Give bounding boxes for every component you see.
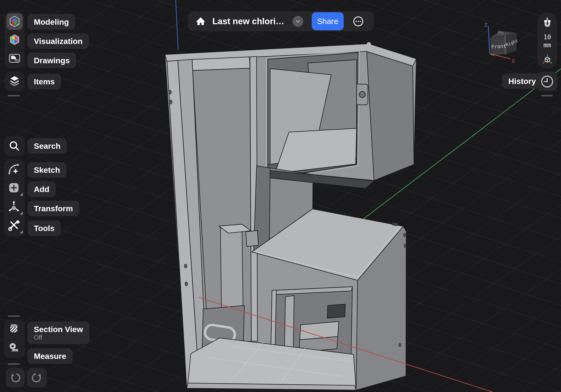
- items-label[interactable]: Items: [27, 74, 61, 89]
- drawings-icon: [8, 52, 21, 65]
- measure-label[interactable]: Measure: [27, 348, 73, 364]
- search-label[interactable]: Search: [27, 138, 67, 154]
- model-window-dark-slot: [327, 304, 345, 318]
- sketch-icon: [7, 162, 21, 176]
- model-notch-block: [246, 230, 259, 247]
- app-window: Z Top Front Right X: [0, 0, 561, 392]
- chevron-down-icon: [295, 18, 301, 24]
- model-hinge-hole: [359, 91, 365, 98]
- visualization-label[interactable]: Visualization: [27, 33, 89, 49]
- drawings-label[interactable]: Drawings: [27, 53, 76, 68]
- drawings-button[interactable]: [6, 50, 23, 66]
- home-icon[interactable]: [195, 16, 206, 26]
- redo-button[interactable]: [27, 368, 47, 388]
- items-icon: [8, 75, 21, 88]
- model-upper-right-face: [367, 52, 414, 181]
- measure-button[interactable]: [6, 339, 22, 356]
- transform-label[interactable]: Transform: [27, 201, 79, 216]
- sketch-button[interactable]: [6, 161, 22, 177]
- viewcube-front-label: Front: [491, 43, 507, 50]
- view-cube[interactable]: Z Top Front Right X: [485, 22, 519, 64]
- section-view-button[interactable]: [6, 321, 22, 338]
- modeling-label[interactable]: Modeling: [27, 14, 75, 30]
- add-flyout-indicator: [20, 193, 23, 196]
- more-options-button[interactable]: [353, 16, 364, 27]
- history-clock-icon: [540, 75, 554, 88]
- analysis-group: [4, 320, 25, 358]
- viewcube-z-label: Z: [485, 22, 487, 28]
- items-button[interactable]: [5, 71, 24, 91]
- measure-icon: [7, 341, 21, 354]
- modeling-icon: [8, 15, 21, 28]
- orientation-cube-icon[interactable]: [541, 53, 553, 65]
- sketch-label[interactable]: Sketch: [27, 162, 66, 178]
- tool-group: [4, 159, 25, 236]
- snap-settings-panel: 10 mm: [537, 12, 557, 69]
- visualization-icon: [8, 33, 21, 46]
- z-axis-line: [176, 0, 178, 50]
- model-body[interactable]: [165, 42, 416, 390]
- model-corner-fillet: [367, 42, 371, 46]
- section-view-status: Off: [34, 334, 42, 341]
- sidebar-divider-1: [8, 95, 20, 96]
- undo-icon: [9, 372, 21, 383]
- undo-button[interactable]: [6, 368, 25, 388]
- visualization-button[interactable]: [6, 32, 23, 48]
- tools-flyout-indicator: [20, 230, 23, 233]
- modeling-button[interactable]: [6, 13, 23, 30]
- document-toolbar: Last new chlori… Share: [188, 11, 374, 31]
- workspace-switcher-group: [5, 12, 24, 68]
- transform-flyout-indicator: [20, 211, 23, 215]
- snapping-magnet-icon[interactable]: [541, 16, 553, 29]
- section-view-icon: [7, 323, 21, 336]
- section-view-label[interactable]: Section View Off: [27, 322, 89, 344]
- right-divider: [541, 95, 553, 96]
- redo-icon: [31, 372, 43, 383]
- document-menu-button[interactable]: [292, 16, 303, 27]
- viewcube-z-axis: [488, 26, 490, 54]
- document-title[interactable]: Last new chlori…: [212, 11, 284, 31]
- viewcube-x-label: X: [512, 58, 515, 64]
- section-view-title: Section View: [34, 325, 83, 334]
- sidebar-divider-3: [8, 363, 20, 365]
- tools-icon: [7, 218, 21, 232]
- sidebar-divider-2: [8, 316, 20, 317]
- share-button[interactable]: Share: [312, 12, 344, 30]
- viewcube-top-label: Top: [497, 30, 504, 35]
- add-icon: [7, 181, 21, 195]
- transform-icon: [7, 200, 21, 213]
- tools-label[interactable]: Tools: [27, 220, 61, 236]
- history-label[interactable]: History: [502, 73, 542, 89]
- search-icon: [8, 140, 21, 152]
- search-button[interactable]: [4, 136, 25, 156]
- snap-increment-value[interactable]: 10 mm: [543, 33, 551, 49]
- history-button[interactable]: [537, 72, 558, 91]
- add-label[interactable]: Add: [27, 181, 56, 197]
